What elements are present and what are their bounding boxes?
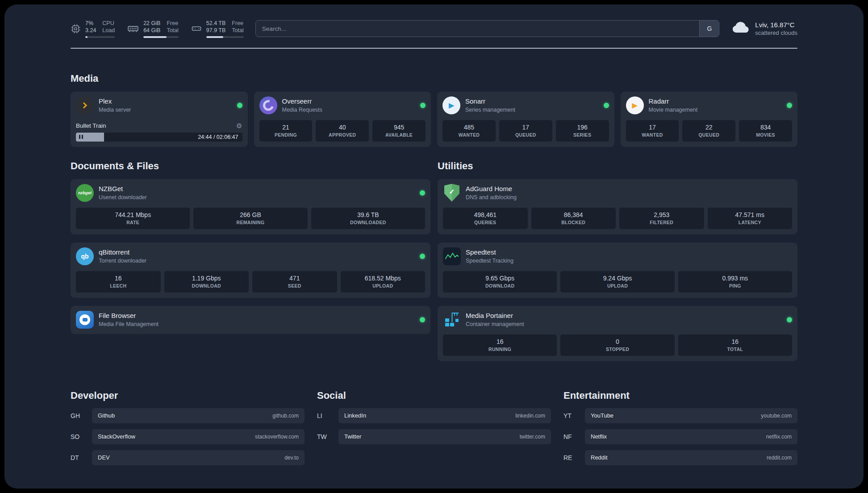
bookmark-name: Netflix xyxy=(591,433,607,440)
service-name: NZBGet xyxy=(99,185,147,193)
bookmark-url: youtube.com xyxy=(761,413,792,419)
bookmark-reddit[interactable]: RE Reddit reddit.com xyxy=(563,450,797,465)
bookmark-abbr: LI xyxy=(317,412,338,419)
radarr-icon: ▶ xyxy=(626,96,644,114)
group-title-social: Social xyxy=(317,390,551,401)
status-dot-online xyxy=(787,317,792,322)
now-playing-title: Bullet Train xyxy=(76,122,106,129)
disk-usage-fill xyxy=(206,36,224,38)
bookmark-name: DEV xyxy=(98,454,110,461)
service-card-adguard[interactable]: ✓ AdGuard Home DNS and adblocking 498,46… xyxy=(438,179,797,234)
stat-seed: 471 SEED xyxy=(252,271,337,292)
bookmark-github[interactable]: GH Github github.com xyxy=(71,408,305,423)
bookmark-url: reddit.com xyxy=(767,455,792,461)
service-card-portainer[interactable]: Media Portainer Container management 16 … xyxy=(438,306,797,361)
status-dot-online xyxy=(604,103,609,108)
service-card-sonarr[interactable]: ▶ Sonarr Series management 485 WANTED xyxy=(437,92,614,147)
bookmark-abbr: GH xyxy=(71,412,92,419)
service-name: AdGuard Home xyxy=(466,185,517,193)
top-bar: 7% 3.24 CPU Load xyxy=(71,20,797,38)
memory-icon xyxy=(127,23,139,34)
memory-usage-fill xyxy=(143,36,167,38)
bookmark-twitter[interactable]: TW Twitter twitter.com xyxy=(317,429,551,444)
disk-icon xyxy=(191,23,202,34)
group-title-entertainment: Entertainment xyxy=(563,390,797,401)
playback-progress-bar[interactable]: 24:44 / 02:06:47 xyxy=(76,133,242,142)
stat-download: 9.65 Gbps DOWNLOAD xyxy=(443,271,557,292)
playback-progress-fill xyxy=(76,133,104,142)
qbittorrent-icon: qb xyxy=(76,247,94,265)
section-social: Social LI LinkedIn linkedin.com TW Twitt… xyxy=(317,390,551,444)
bookmark-url: linkedin.com xyxy=(515,413,545,419)
stat-upload: 9.24 Gbps UPLOAD xyxy=(560,271,674,292)
service-name: Sonarr xyxy=(465,97,515,105)
stat-remaining: 266 GB REMAINING xyxy=(193,208,307,229)
bookmark-netflix[interactable]: NF Netflix netflix.com xyxy=(563,429,797,444)
stat-queued: 17 QUEUED xyxy=(499,120,552,142)
group-title-media: Media xyxy=(71,73,797,84)
stat-series: 196 SERIES xyxy=(556,120,609,142)
stat-downloaded: 39.6 TB DOWNLOADED xyxy=(311,208,425,229)
bookmark-abbr: SO xyxy=(71,433,92,440)
service-description: Container management xyxy=(466,321,524,327)
stat-download: 1.19 Gbps DOWNLOAD xyxy=(164,271,249,292)
gear-icon[interactable]: ⚙ xyxy=(236,122,242,129)
bookmark-url: stackoverflow.com xyxy=(255,434,299,440)
search-input[interactable] xyxy=(255,20,720,37)
service-card-overseerr[interactable]: Overseerr Media Requests 21 PENDING 40 A… xyxy=(254,92,431,147)
stat-wanted: 17 WANTED xyxy=(626,120,679,142)
cpu-icon xyxy=(71,24,81,34)
service-card-nzbget[interactable]: nzbget NZBGet Usenet downloader 744.21 M… xyxy=(71,179,430,234)
memory-total-value: 64 GiB xyxy=(143,27,160,34)
service-card-speedtest[interactable]: Speedtest Speedtest Tracking 9.65 Gbps D… xyxy=(438,242,797,298)
overseerr-icon xyxy=(259,96,277,114)
status-dot-online xyxy=(420,317,425,322)
filebrowser-icon xyxy=(76,311,94,329)
service-card-radarr[interactable]: ▶ Radarr Movie management 17 WANTED xyxy=(621,92,798,147)
nzbget-icon: nzbget xyxy=(76,184,94,202)
stat-movies: 834 MOVIES xyxy=(739,120,792,142)
stat-wanted: 485 WANTED xyxy=(442,120,496,142)
service-name: Plex xyxy=(99,97,131,105)
dashboard: 7% 3.24 CPU Load xyxy=(4,4,864,489)
cpu-widget: 7% 3.24 CPU Load xyxy=(71,20,115,38)
bookmark-abbr: TW xyxy=(317,433,338,440)
service-description: Series management xyxy=(465,107,515,113)
service-card-plex[interactable]: Plex Media server Bullet Train ⚙ xyxy=(71,92,248,147)
service-description: Torrent downloader xyxy=(99,258,146,264)
bookmark-url: twitter.com xyxy=(520,434,545,440)
bookmark-abbr: DT xyxy=(71,454,92,461)
bookmark-abbr: NF xyxy=(563,433,585,440)
section-utilities: Utilities ✓ AdGuard Home DNS and adblock… xyxy=(438,160,797,361)
service-description: Media server xyxy=(99,107,131,113)
cloud-icon xyxy=(731,21,751,37)
cpu-usage-fill xyxy=(85,36,88,38)
section-media: Media Plex Media server Bullet Tra xyxy=(71,73,797,147)
bookmark-stackoverflow[interactable]: SO StackOverflow stackoverflow.com xyxy=(71,429,305,444)
memory-widget: 22 GiB 64 GiB Free Total xyxy=(127,20,179,38)
cpu-load-label: Load xyxy=(102,27,115,34)
disk-total-label: Total xyxy=(232,27,243,34)
weather-condition: scattered clouds xyxy=(755,29,797,36)
search-provider-button[interactable]: G xyxy=(699,21,719,37)
bookmark-name: Reddit xyxy=(591,454,608,461)
service-name: Radarr xyxy=(649,97,698,105)
stat-leech: 16 LEECH xyxy=(76,271,161,292)
service-name: Overseerr xyxy=(282,97,322,105)
bookmark-youtube[interactable]: YT YouTube youtube.com xyxy=(563,408,797,423)
plex-icon xyxy=(76,96,94,114)
topbar-divider xyxy=(71,48,797,49)
service-card-qbittorrent[interactable]: qb qBittorrent Torrent downloader 16 LEE… xyxy=(71,242,430,298)
service-card-filebrowser[interactable]: File Browser Media File Management xyxy=(71,306,430,334)
section-developer: Developer GH Github github.com SO StackO… xyxy=(71,390,305,465)
pause-icon[interactable] xyxy=(79,135,83,139)
stat-blocked: 86,384 BLOCKED xyxy=(531,208,616,229)
cpu-load-value: 3.24 xyxy=(85,27,96,34)
status-dot-online xyxy=(787,103,792,108)
group-title-developer: Developer xyxy=(71,390,305,401)
section-entertainment: Entertainment YT YouTube youtube.com NF … xyxy=(563,390,797,465)
disk-free-value: 52.4 TB xyxy=(206,20,226,27)
bookmark-linkedin[interactable]: LI LinkedIn linkedin.com xyxy=(317,408,551,423)
bookmark-dev[interactable]: DT DEV dev.to xyxy=(71,450,305,465)
bookmark-url: dev.to xyxy=(284,455,299,461)
